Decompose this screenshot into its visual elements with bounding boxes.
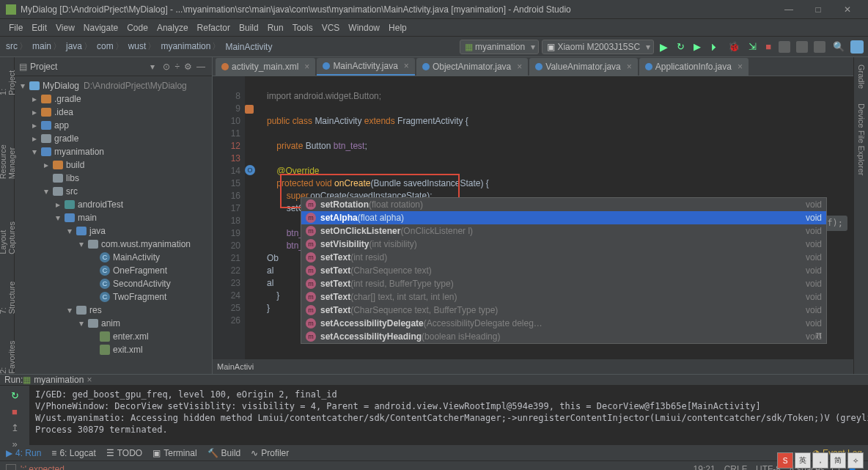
project-tree[interactable]: ▾ MyDialog D:\AndroidPrject\MyDialog ▸.g… <box>15 76 212 374</box>
project-root[interactable]: ▾ MyDialog D:\AndroidPrject\MyDialog <box>15 79 212 92</box>
maximize-button[interactable]: □ <box>803 4 833 15</box>
tree-node[interactable]: ▾java <box>15 224 212 238</box>
ime-toolbar[interactable]: S英，简✧ <box>777 452 864 469</box>
tab-activity_main-xml[interactable]: activity_main.xml× <box>216 58 315 76</box>
tree-node[interactable]: ▾com.wust.myanimation <box>15 238 212 251</box>
menu-code[interactable]: Code <box>122 23 152 33</box>
tree-node[interactable]: enter.xml <box>15 330 212 343</box>
gear-icon[interactable]: ⚙ <box>182 62 194 72</box>
ime-button[interactable]: 简 <box>830 452 846 469</box>
profile-icon[interactable]: ⏵ <box>707 41 722 52</box>
bottom-run[interactable]: ▶ 4: Run <box>6 448 41 458</box>
close-icon[interactable]: × <box>627 62 632 72</box>
sdk-icon[interactable] <box>814 41 825 53</box>
tree-node[interactable]: ▾myanimation <box>15 145 212 158</box>
tree-node[interactable]: ▾res <box>15 304 212 317</box>
close-icon[interactable]: × <box>87 375 92 385</box>
menu-build[interactable]: Build <box>235 23 263 33</box>
tree-node[interactable]: COneFragment <box>15 264 212 277</box>
completion-item[interactable]: msetText(int resid)void <box>301 251 826 264</box>
breadcrumb[interactable]: MainActivity <box>224 42 273 52</box>
debug-icon[interactable]: 🐞 <box>725 41 743 52</box>
editor-breadcrumb[interactable]: MainActivi <box>213 359 853 374</box>
completion-item[interactable]: msetAlpha(float alpha)void <box>301 211 826 224</box>
ime-button[interactable]: 英 <box>795 452 811 469</box>
hide-icon[interactable]: — <box>194 62 207 72</box>
completion-item[interactable]: msetAccessibilityHeading(boolean isHeadi… <box>301 330 826 343</box>
breadcrumb[interactable]: main <box>31 40 65 53</box>
minimize-button[interactable]: — <box>774 4 803 15</box>
tree-node[interactable]: ▾main <box>15 211 212 224</box>
menu-tools[interactable]: Tools <box>288 23 317 33</box>
bottom-todo[interactable]: ☰ TODO <box>106 448 142 458</box>
run-tab[interactable]: ▦ myanimation × <box>23 375 92 385</box>
completion-item[interactable]: msetText(CharSequence text, BufferType t… <box>301 304 826 317</box>
bottom-logcat[interactable]: ≡ 6: Logcat <box>51 448 95 458</box>
completion-item[interactable]: msetAccessibilityDelegate(AccessibilityD… <box>301 317 826 330</box>
menu-refactor[interactable]: Refactor <box>193 23 235 33</box>
breadcrumb[interactable]: src <box>4 40 31 53</box>
menu-help[interactable]: Help <box>384 23 411 33</box>
line-sep[interactable]: CRLF <box>720 464 751 471</box>
tool-resource-manager[interactable]: Resource Manager <box>0 117 16 179</box>
completion-item[interactable]: msetOnClickListener(OnClickListener l)vo… <box>301 224 826 238</box>
avd-icon[interactable] <box>796 41 808 53</box>
project-view-label[interactable]: Project <box>30 62 150 72</box>
completion-item[interactable]: msetText(int resid, BufferType type)void <box>301 277 826 290</box>
device-dropdown[interactable]: ▣ Xiaomi M2003J15SC <box>542 40 654 54</box>
run-config-dropdown[interactable]: ▦ myanimation <box>460 40 539 54</box>
menu-run[interactable]: Run <box>263 23 288 33</box>
completion-popup[interactable]: msetRotation(float rotation)voidmsetAlph… <box>301 197 827 344</box>
ime-button[interactable]: S <box>777 452 793 469</box>
attach-icon[interactable]: ⇲ <box>746 41 760 52</box>
completion-item[interactable]: msetText(CharSequence text)void <box>301 264 826 277</box>
completion-item[interactable]: msetRotation(float rotation)void <box>301 198 826 211</box>
up-icon[interactable]: ↥ <box>8 421 21 434</box>
tree-node[interactable]: ▾anim <box>15 317 212 330</box>
tree-node[interactable]: ▸gradle <box>15 132 212 145</box>
tab-mainactivity-java[interactable]: MainActivity.java× <box>317 58 415 76</box>
bottom-terminal[interactable]: ▣ Terminal <box>152 448 196 458</box>
menu-edit[interactable]: Edit <box>27 23 51 33</box>
tree-node[interactable]: exit.xml <box>15 343 212 356</box>
close-icon[interactable]: × <box>738 62 743 72</box>
tree-node[interactable]: CTwoFragment <box>15 290 212 304</box>
avatar[interactable] <box>850 40 864 54</box>
run-button[interactable]: ▶ <box>657 41 671 53</box>
tool-layout-captures[interactable]: Layout Captures <box>0 201 16 254</box>
tool-gradle[interactable]: Gradle <box>857 65 866 89</box>
menu-view[interactable]: View <box>51 23 79 33</box>
bottom-profiler[interactable]: ∿ Profiler <box>251 448 289 458</box>
completion-item[interactable]: msetText(char[] text, int start, int len… <box>301 290 826 304</box>
menu-file[interactable]: File <box>4 23 27 33</box>
collapse-icon[interactable]: ⊙ <box>161 62 172 72</box>
tool-7-structure[interactable]: 7: Structure <box>0 276 16 314</box>
close-icon[interactable]: × <box>404 61 409 71</box>
debug-run-icon[interactable]: ↻ <box>674 41 688 52</box>
coverage-icon[interactable]: ▶ <box>691 41 704 52</box>
search-icon[interactable]: 🔍 <box>830 41 847 52</box>
tab-valueanimator-java[interactable]: ValueAnimator.java× <box>529 58 638 76</box>
breadcrumb[interactable]: com <box>95 40 127 53</box>
ime-button[interactable]: ✧ <box>847 452 864 469</box>
run-output[interactable]: I/GED: ged_boost_gpu_freq, level 100, eO… <box>29 386 868 450</box>
close-icon[interactable]: × <box>517 62 522 72</box>
tree-node[interactable]: libs <box>15 172 212 185</box>
divide-icon[interactable]: ÷ <box>172 62 182 72</box>
bottom-build[interactable]: 🔨 Build <box>207 448 241 458</box>
close-button[interactable]: ✕ <box>833 4 862 15</box>
tool-2-favorites[interactable]: 2: Favorites <box>0 336 16 374</box>
completion-item[interactable]: msetVisibility(int visibility)void <box>301 238 826 251</box>
tree-node[interactable]: ▸androidTest <box>15 198 212 211</box>
tree-node[interactable]: ▾src <box>15 185 212 198</box>
chevron-down-icon[interactable]: ▾ <box>150 62 155 72</box>
menu-window[interactable]: Window <box>344 23 384 33</box>
tree-node[interactable]: CMainActivity <box>15 251 212 264</box>
tree-node[interactable]: ▸build <box>15 158 212 172</box>
tree-node[interactable]: ▸app <box>15 119 212 132</box>
menu-analyze[interactable]: Analyze <box>152 23 193 33</box>
menu-navigate[interactable]: Navigate <box>79 23 122 33</box>
status-icon[interactable] <box>6 464 16 471</box>
ime-button[interactable]: ， <box>812 452 828 469</box>
tool-device-file-explorer[interactable]: Device File Explorer <box>857 103 866 175</box>
